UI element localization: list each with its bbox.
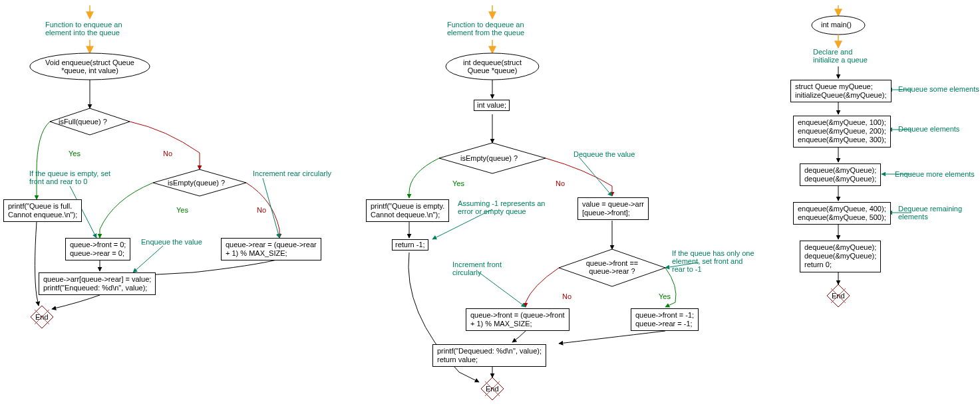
svg-marker-5 (153, 169, 246, 196)
svg-line-12 (133, 246, 163, 272)
decision-isempty-2: isEmpty(queue) ? (460, 154, 518, 162)
box-increar: queue->rear = (queue->rear + 1) % MAX_SI… (221, 238, 321, 260)
end-2: End (486, 385, 499, 393)
branch-no-1: No (163, 150, 172, 157)
comment-enqueue-fn: Function to enqueue an element into the … (45, 21, 122, 37)
terminator-dequeue: int dequeue(struct Queue *queue) (456, 58, 529, 74)
svg-line-29 (479, 272, 526, 307)
comment-empty-setzero: If the queue is empty, set front and rea… (29, 169, 110, 185)
svg-marker-23 (481, 377, 504, 400)
svg-marker-21 (559, 249, 665, 286)
comment-assume-minus1: Assuming -1 represents an error or empty… (458, 199, 545, 215)
box-return-minus1: return -1; (392, 239, 428, 251)
svg-marker-4 (50, 108, 130, 135)
svg-point-15 (446, 53, 539, 80)
comment-dequeue-value: Dequeue the value (573, 150, 635, 158)
terminator-enqueue: Void enqueue(struct Queue *queue, int va… (40, 58, 140, 74)
branch-no-2: No (257, 206, 266, 214)
branch-yes-2: Yes (176, 206, 188, 214)
box-int-value: int value; (474, 100, 510, 111)
branch-yes-3: Yes (452, 179, 464, 187)
branch-yes-1: Yes (69, 150, 81, 157)
box-reset-minus1: queue->front = -1; queue->rear = -1; (631, 308, 699, 331)
comment-enqueue-more: Enqueue more elements (895, 170, 975, 178)
box-do-enqueue: queue->arr[queue->rear] = value; printf(… (39, 272, 156, 295)
box-enqueue-3: enqueue(&myQueue, 100); enqueue(&myQueue… (793, 116, 891, 148)
box-queue-full: printf("Queue is full. Cannot enqueue.\n… (3, 199, 82, 222)
box-queue-empty: printf("Queue is empty. Cannot dequeue.\… (366, 199, 449, 222)
branch-yes-4: Yes (659, 292, 671, 300)
svg-line-41 (831, 288, 846, 303)
comment-declare: Declare and initialize a queue (813, 48, 868, 64)
comment-enqueue-some: Enqueue some elements (898, 85, 979, 93)
end-1: End (35, 313, 49, 321)
terminator-main: int main() (821, 21, 852, 29)
svg-point-31 (812, 16, 865, 35)
svg-marker-7 (31, 306, 53, 328)
svg-line-8 (35, 310, 49, 324)
comment-dequeue-elems: Dequeue elements (898, 125, 959, 133)
comment-dequeue-fn: Function to dequeue an element from the … (447, 21, 524, 37)
svg-line-24 (485, 381, 500, 396)
comment-inc-front: Increment front circularly (452, 260, 502, 276)
comment-only-one: If the queue has only one element, set f… (672, 249, 754, 273)
box-declare: struct Queue myQueue; initializeQueue(&m… (790, 80, 892, 102)
branch-no-3: No (556, 179, 565, 187)
box-final: dequeue(&myQueue); dequeue(&myQueue); re… (800, 241, 881, 272)
end-3: End (832, 292, 845, 300)
svg-marker-18 (439, 143, 546, 173)
comment-dequeue-remaining: Dequeue remaining elements (898, 205, 962, 221)
box-print-return: printf("Dequeued: %d\n", value); return … (432, 344, 546, 367)
box-enqueue-2: enqueue(&myQueue, 400); enqueue(&myQueue… (793, 202, 891, 225)
decision-front-eq-rear: queue->front == queue->rear ? (581, 259, 643, 275)
box-dequeue-2: dequeue(&myQueue); dequeue(&myQueue); (800, 163, 881, 186)
svg-line-25 (485, 381, 500, 396)
flowchart-canvas: Function to enqueue an element into the … (0, 0, 980, 410)
svg-point-2 (30, 53, 150, 80)
box-setzero: queue->front = 0; queue->rear = 0; (65, 238, 130, 260)
comment-inc-rear: Increment rear circularly (253, 169, 331, 177)
box-value-assign: value = queue->arr [queue->front]; (577, 197, 649, 220)
box-incfront: queue->front = (queue->front + 1) % MAX_… (466, 308, 570, 331)
decision-isfull: isFull(queue) ? (59, 118, 107, 126)
branch-no-4: No (562, 292, 572, 300)
svg-line-9 (35, 310, 49, 324)
svg-line-40 (831, 288, 846, 303)
comment-enqueue-value: Enqueue the value (141, 238, 202, 246)
decision-isempty-1: isEmpty(queue) ? (168, 179, 225, 187)
svg-line-26 (579, 157, 612, 196)
svg-marker-39 (827, 284, 850, 307)
